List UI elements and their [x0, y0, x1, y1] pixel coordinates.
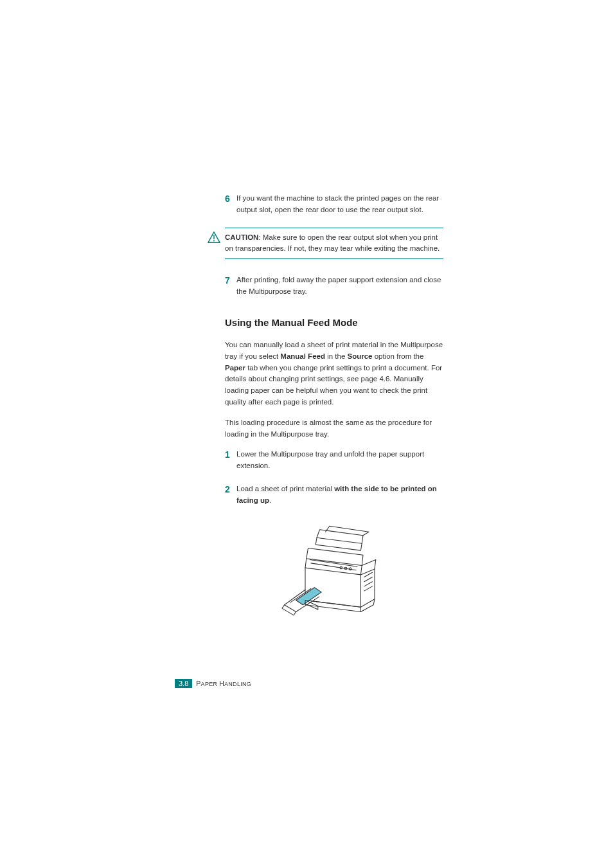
- step-number: 2: [225, 484, 236, 507]
- caution-label: CAUTION: [225, 233, 258, 241]
- page-footer: 3.8 PAPER HANDLING: [175, 679, 251, 688]
- step2-pre: Load a sheet of print material: [236, 485, 334, 493]
- step2-post: .: [269, 496, 271, 504]
- footer-andling: ANDLING: [224, 681, 251, 687]
- chapter-label: PAPER HANDLING: [196, 680, 251, 687]
- paragraph-2: This loading procedure is almost the sam…: [225, 417, 443, 440]
- para1-mid1: in the: [325, 352, 348, 360]
- page-number-badge: 3.8: [175, 679, 192, 688]
- step-7: 7 After printing, fold away the paper su…: [225, 275, 443, 298]
- para1-b1: Manual Feed: [280, 352, 325, 360]
- caution-text: CAUTION: Make sure to open the rear outp…: [225, 232, 443, 255]
- step-6: 6 If you want the machine to stack the p…: [225, 193, 443, 216]
- step-2: 2 Load a sheet of print material with th…: [225, 484, 443, 507]
- document-page: 6 If you want the machine to stack the p…: [0, 0, 613, 868]
- printer-illustration: [225, 518, 443, 627]
- step-text: Lower the Multipurpose tray and unfold t…: [236, 449, 443, 472]
- para1-b2: Source: [347, 352, 372, 360]
- step-number: 6: [225, 193, 236, 216]
- para1-post: tab when you change print settings to pr…: [225, 364, 442, 406]
- step-number: 1: [225, 449, 236, 472]
- step-text: Load a sheet of print material with the …: [236, 484, 443, 507]
- paragraph-1: You can manually load a sheet of print m…: [225, 339, 443, 408]
- svg-point-1: [213, 240, 215, 241]
- caution-callout: CAUTION: Make sure to open the rear outp…: [225, 228, 443, 260]
- step-number: 7: [225, 275, 236, 298]
- para1-mid2: option from the: [372, 352, 423, 360]
- content-column: 6 If you want the machine to stack the p…: [225, 193, 443, 627]
- para1-b3: Paper: [225, 364, 245, 372]
- footer-aper: APER: [201, 681, 220, 687]
- footer-p: P: [196, 680, 200, 687]
- footer-h: H: [219, 680, 224, 687]
- step-text: After printing, fold away the paper supp…: [236, 275, 443, 298]
- section-heading: Using the Manual Feed Mode: [225, 317, 443, 328]
- caution-icon: [207, 231, 221, 245]
- step-text: If you want the machine to stack the pri…: [236, 193, 443, 216]
- step-1: 1 Lower the Multipurpose tray and unfold…: [225, 449, 443, 472]
